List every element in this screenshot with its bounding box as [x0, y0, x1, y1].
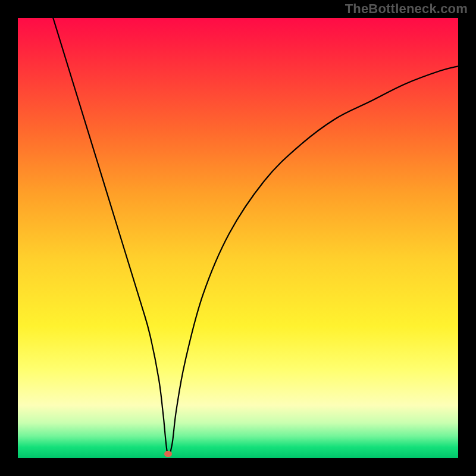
watermark-text: TheBottleneck.com: [345, 1, 468, 17]
chart-frame: TheBottleneck.com: [0, 0, 476, 476]
optimum-marker: [164, 451, 172, 457]
plot-area: [18, 18, 458, 458]
bottleneck-curve: [18, 18, 458, 458]
